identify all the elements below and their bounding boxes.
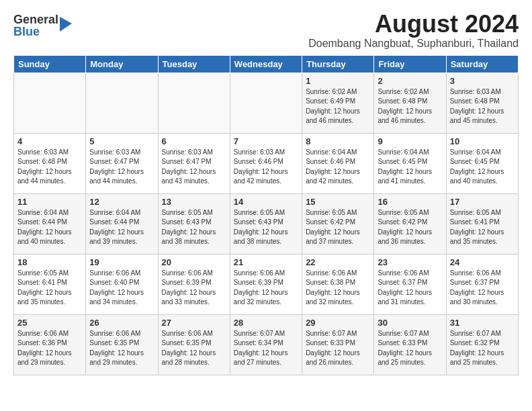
calendar-cell: 15Sunrise: 6:05 AM Sunset: 6:42 PM Dayli… bbox=[302, 193, 374, 254]
weekday-header-row: SundayMondayTuesdayWednesdayThursdayFrid… bbox=[14, 55, 519, 73]
day-number: 24 bbox=[450, 257, 515, 267]
day-number: 23 bbox=[378, 257, 442, 267]
day-info: Sunrise: 6:06 AM Sunset: 6:40 PM Dayligh… bbox=[89, 269, 154, 308]
day-info: Sunrise: 6:06 AM Sunset: 6:35 PM Dayligh… bbox=[89, 329, 154, 368]
calendar-cell: 31Sunrise: 6:07 AM Sunset: 6:32 PM Dayli… bbox=[446, 314, 518, 375]
day-info: Sunrise: 6:07 AM Sunset: 6:34 PM Dayligh… bbox=[234, 329, 298, 368]
calendar-week-row: 18Sunrise: 6:05 AM Sunset: 6:41 PM Dayli… bbox=[14, 254, 519, 314]
day-info: Sunrise: 6:06 AM Sunset: 6:39 PM Dayligh… bbox=[162, 269, 226, 308]
day-number: 8 bbox=[306, 136, 370, 146]
day-number: 22 bbox=[306, 257, 370, 267]
day-number: 15 bbox=[306, 197, 370, 207]
day-info: Sunrise: 6:05 AM Sunset: 6:43 PM Dayligh… bbox=[234, 208, 298, 247]
month-title: August 2024 bbox=[308, 11, 519, 38]
calendar-cell: 13Sunrise: 6:05 AM Sunset: 6:43 PM Dayli… bbox=[158, 193, 230, 254]
day-info: Sunrise: 6:04 AM Sunset: 6:45 PM Dayligh… bbox=[450, 148, 515, 187]
calendar-cell bbox=[230, 73, 302, 133]
calendar-cell: 5Sunrise: 6:03 AM Sunset: 6:47 PM Daylig… bbox=[86, 133, 158, 193]
day-number: 29 bbox=[306, 318, 370, 328]
calendar-cell: 2Sunrise: 6:02 AM Sunset: 6:48 PM Daylig… bbox=[374, 73, 446, 133]
calendar-cell: 25Sunrise: 6:06 AM Sunset: 6:36 PM Dayli… bbox=[14, 314, 86, 375]
day-number: 4 bbox=[17, 136, 82, 146]
day-number: 1 bbox=[306, 76, 370, 86]
logo: General Blue bbox=[13, 13, 72, 38]
day-number: 20 bbox=[162, 257, 226, 267]
day-info: Sunrise: 6:03 AM Sunset: 6:47 PM Dayligh… bbox=[89, 148, 154, 187]
calendar-cell: 26Sunrise: 6:06 AM Sunset: 6:35 PM Dayli… bbox=[86, 314, 158, 375]
day-number: 10 bbox=[450, 136, 515, 146]
calendar-cell: 24Sunrise: 6:06 AM Sunset: 6:37 PM Dayli… bbox=[446, 254, 518, 314]
weekday-header-sunday: Sunday bbox=[14, 55, 86, 73]
day-info: Sunrise: 6:06 AM Sunset: 6:35 PM Dayligh… bbox=[162, 329, 226, 368]
calendar-cell: 6Sunrise: 6:03 AM Sunset: 6:47 PM Daylig… bbox=[158, 133, 230, 193]
calendar-cell: 8Sunrise: 6:04 AM Sunset: 6:46 PM Daylig… bbox=[302, 133, 374, 193]
day-number: 17 bbox=[450, 197, 515, 207]
day-info: Sunrise: 6:06 AM Sunset: 6:38 PM Dayligh… bbox=[306, 269, 370, 308]
day-info: Sunrise: 6:03 AM Sunset: 6:46 PM Dayligh… bbox=[234, 148, 298, 187]
weekday-header-friday: Friday bbox=[374, 55, 446, 73]
day-info: Sunrise: 6:05 AM Sunset: 6:43 PM Dayligh… bbox=[162, 208, 226, 247]
calendar-week-row: 1Sunrise: 6:02 AM Sunset: 6:49 PM Daylig… bbox=[14, 73, 519, 133]
day-number: 19 bbox=[89, 257, 154, 267]
weekday-header-wednesday: Wednesday bbox=[230, 55, 302, 73]
day-info: Sunrise: 6:04 AM Sunset: 6:46 PM Dayligh… bbox=[306, 148, 370, 187]
day-info: Sunrise: 6:03 AM Sunset: 6:48 PM Dayligh… bbox=[17, 148, 82, 187]
day-number: 9 bbox=[378, 136, 442, 146]
weekday-header-thursday: Thursday bbox=[302, 55, 374, 73]
day-number: 26 bbox=[89, 318, 154, 328]
day-info: Sunrise: 6:07 AM Sunset: 6:33 PM Dayligh… bbox=[378, 329, 442, 368]
calendar-week-row: 11Sunrise: 6:04 AM Sunset: 6:44 PM Dayli… bbox=[14, 193, 519, 254]
day-info: Sunrise: 6:05 AM Sunset: 6:42 PM Dayligh… bbox=[306, 208, 370, 247]
weekday-header-monday: Monday bbox=[86, 55, 158, 73]
page-header: General Blue August 2024 Doembang Nangbu… bbox=[13, 11, 519, 50]
day-number: 14 bbox=[234, 197, 298, 207]
calendar-cell: 18Sunrise: 6:05 AM Sunset: 6:41 PM Dayli… bbox=[14, 254, 86, 314]
day-number: 21 bbox=[234, 257, 298, 267]
logo-general-text: General bbox=[13, 13, 58, 26]
calendar-cell: 27Sunrise: 6:06 AM Sunset: 6:35 PM Dayli… bbox=[158, 314, 230, 375]
day-number: 13 bbox=[162, 197, 226, 207]
day-number: 12 bbox=[89, 197, 154, 207]
calendar-cell: 20Sunrise: 6:06 AM Sunset: 6:39 PM Dayli… bbox=[158, 254, 230, 314]
day-info: Sunrise: 6:03 AM Sunset: 6:48 PM Dayligh… bbox=[450, 87, 515, 126]
logo-blue-text: Blue bbox=[13, 26, 58, 38]
calendar-cell: 21Sunrise: 6:06 AM Sunset: 6:39 PM Dayli… bbox=[230, 254, 302, 314]
calendar-cell: 11Sunrise: 6:04 AM Sunset: 6:44 PM Dayli… bbox=[14, 193, 86, 254]
day-info: Sunrise: 6:05 AM Sunset: 6:41 PM Dayligh… bbox=[17, 269, 82, 308]
day-info: Sunrise: 6:04 AM Sunset: 6:45 PM Dayligh… bbox=[378, 148, 442, 187]
location-title: Doembang Nangbuat, Suphanburi, Thailand bbox=[308, 38, 519, 50]
day-number: 27 bbox=[162, 318, 226, 328]
calendar-cell: 17Sunrise: 6:05 AM Sunset: 6:41 PM Dayli… bbox=[446, 193, 518, 254]
day-number: 30 bbox=[378, 318, 442, 328]
calendar-cell: 7Sunrise: 6:03 AM Sunset: 6:46 PM Daylig… bbox=[230, 133, 302, 193]
calendar-cell: 22Sunrise: 6:06 AM Sunset: 6:38 PM Dayli… bbox=[302, 254, 374, 314]
logo-icon bbox=[60, 17, 72, 32]
day-number: 2 bbox=[378, 76, 442, 86]
day-number: 7 bbox=[234, 136, 298, 146]
calendar-cell: 30Sunrise: 6:07 AM Sunset: 6:33 PM Dayli… bbox=[374, 314, 446, 375]
calendar-cell bbox=[14, 73, 86, 133]
day-info: Sunrise: 6:06 AM Sunset: 6:39 PM Dayligh… bbox=[234, 269, 298, 308]
day-info: Sunrise: 6:06 AM Sunset: 6:37 PM Dayligh… bbox=[450, 269, 515, 308]
day-number: 28 bbox=[234, 318, 298, 328]
calendar-cell: 29Sunrise: 6:07 AM Sunset: 6:33 PM Dayli… bbox=[302, 314, 374, 375]
calendar-cell: 16Sunrise: 6:05 AM Sunset: 6:42 PM Dayli… bbox=[374, 193, 446, 254]
day-info: Sunrise: 6:06 AM Sunset: 6:37 PM Dayligh… bbox=[378, 269, 442, 308]
day-number: 3 bbox=[450, 76, 515, 86]
day-info: Sunrise: 6:02 AM Sunset: 6:48 PM Dayligh… bbox=[378, 87, 442, 126]
day-info: Sunrise: 6:07 AM Sunset: 6:32 PM Dayligh… bbox=[450, 329, 515, 368]
day-info: Sunrise: 6:05 AM Sunset: 6:42 PM Dayligh… bbox=[378, 208, 442, 247]
day-info: Sunrise: 6:04 AM Sunset: 6:44 PM Dayligh… bbox=[17, 208, 82, 247]
calendar-cell: 28Sunrise: 6:07 AM Sunset: 6:34 PM Dayli… bbox=[230, 314, 302, 375]
day-number: 6 bbox=[162, 136, 226, 146]
day-number: 16 bbox=[378, 197, 442, 207]
calendar-week-row: 25Sunrise: 6:06 AM Sunset: 6:36 PM Dayli… bbox=[14, 314, 519, 375]
svg-marker-0 bbox=[60, 17, 72, 32]
day-number: 31 bbox=[450, 318, 515, 328]
calendar-table: SundayMondayTuesdayWednesdayThursdayFrid… bbox=[13, 55, 519, 375]
day-info: Sunrise: 6:07 AM Sunset: 6:33 PM Dayligh… bbox=[306, 329, 370, 368]
day-info: Sunrise: 6:04 AM Sunset: 6:44 PM Dayligh… bbox=[89, 208, 154, 247]
day-number: 18 bbox=[17, 257, 82, 267]
title-block: August 2024 Doembang Nangbuat, Suphanbur… bbox=[308, 11, 519, 50]
weekday-header-tuesday: Tuesday bbox=[158, 55, 230, 73]
